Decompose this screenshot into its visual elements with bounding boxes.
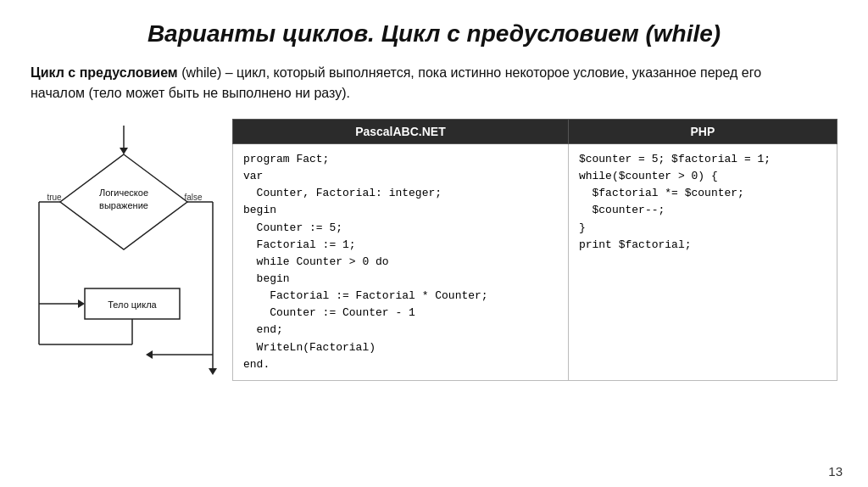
- svg-marker-1: [120, 148, 128, 154]
- svg-marker-21: [209, 368, 217, 375]
- svg-marker-14: [78, 299, 85, 308]
- code-table: PascalABC.NET PHP program Fact; var Coun…: [232, 119, 837, 381]
- intro-paragraph: Цикл с предусловием (while) – цикл, кото…: [31, 63, 793, 104]
- pascal-code: program Fact; var Counter, Factorial: in…: [233, 144, 569, 381]
- page-title: Варианты циклов. Цикл с предусловием (wh…: [31, 20, 837, 48]
- php-code: $counter = 5; $factorial = 1; while($cou…: [568, 144, 837, 381]
- content-area: Логическое выражение true false Тело цик…: [31, 119, 837, 381]
- intro-bold: Цикл с предусловием: [31, 65, 178, 80]
- flowchart: Логическое выражение true false Тело цик…: [31, 119, 217, 380]
- flowchart-diagram: Логическое выражение true false Тело цик…: [31, 126, 217, 380]
- col2-header: PHP: [568, 120, 837, 144]
- col1-header: PascalABC.NET: [233, 120, 569, 144]
- svg-text:Тело цикла: Тело цикла: [108, 299, 157, 310]
- svg-marker-12: [146, 350, 153, 359]
- svg-text:Логическое: Логическое: [99, 188, 148, 198]
- svg-text:false: false: [184, 193, 203, 202]
- page-number: 13: [828, 464, 843, 479]
- svg-text:выражение: выражение: [99, 200, 148, 210]
- svg-text:true: true: [47, 193, 62, 202]
